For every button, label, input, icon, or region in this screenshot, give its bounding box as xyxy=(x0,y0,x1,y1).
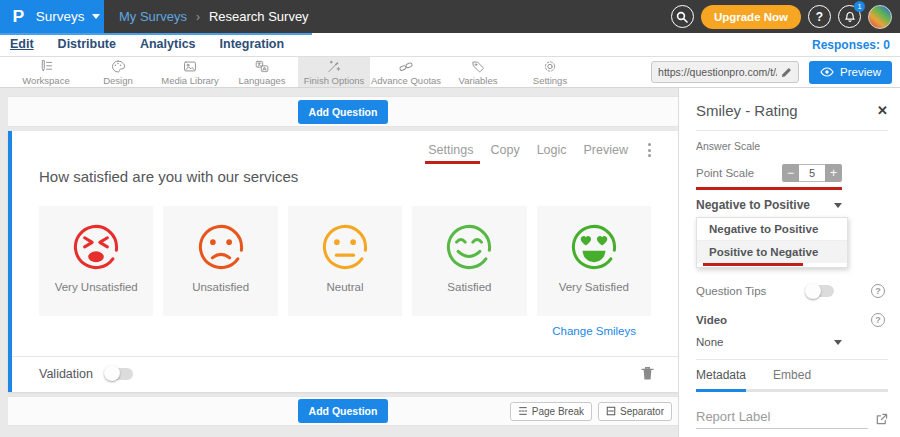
close-icon[interactable]: ✕ xyxy=(877,103,888,118)
chevron-down-icon xyxy=(834,340,842,345)
nav-tab-integration[interactable]: Integration xyxy=(220,37,285,52)
smiley-option-unsatisfied[interactable]: Unsatisfied xyxy=(163,206,277,316)
open-external-icon[interactable] xyxy=(875,413,888,429)
toolbar-right: Preview xyxy=(651,57,900,87)
answer-scale-heading: Answer Scale xyxy=(696,140,888,152)
survey-url-input[interactable] xyxy=(658,66,777,78)
question-tab-settings[interactable]: Settings xyxy=(428,143,473,157)
add-question-button-bottom[interactable]: Add Question xyxy=(298,399,389,423)
help-circle-icon[interactable]: ? xyxy=(871,284,885,298)
design-icon xyxy=(110,59,126,74)
notification-badge: 1 xyxy=(854,1,865,12)
question-panel: Settings Copy Logic Preview How satisfie… xyxy=(8,131,678,392)
direction-select[interactable]: Negative to Positive xyxy=(696,198,842,212)
validation-label: Validation xyxy=(39,367,93,381)
question-title[interactable]: How satisfied are you with our services xyxy=(39,168,678,185)
change-smileys-link[interactable]: Change Smileys xyxy=(552,325,636,337)
menu-item-negative-to-positive[interactable]: Negative to Positive xyxy=(697,218,847,241)
toolbar-item-languages[interactable]: Languages xyxy=(226,57,298,87)
editor-toolbar: Workspace Design Media Library Languages… xyxy=(0,57,900,88)
variables-icon xyxy=(470,59,486,74)
breadcrumb-current-survey: Research Survey xyxy=(209,9,309,24)
header-actions: Upgrade Now ? 1 xyxy=(671,5,900,29)
smiley-scale: Very Unsatisfied Unsatisfied Neutral Sat… xyxy=(39,206,651,316)
smiley-option-very-satisfied[interactable]: Very Satisfied xyxy=(537,206,651,316)
finish-options-icon xyxy=(326,59,342,74)
point-scale-stepper: − + xyxy=(782,164,842,182)
preview-button[interactable]: Preview xyxy=(809,61,892,84)
toolbar-item-design[interactable]: Design xyxy=(82,57,154,87)
tab-metadata[interactable]: Metadata xyxy=(696,368,746,392)
smiley-option-neutral[interactable]: Neutral xyxy=(288,206,402,316)
report-label-row xyxy=(696,407,888,429)
point-scale-row: Point Scale − + xyxy=(696,164,842,182)
help-circle-icon[interactable]: ? xyxy=(871,313,885,327)
responses-count[interactable]: Responses: 0 xyxy=(812,38,890,52)
metadata-tabs: Metadata Embed xyxy=(696,368,888,392)
add-question-strip-bottom: Add Question Page Break Separator xyxy=(8,396,678,426)
product-menu-label: Surveys xyxy=(36,9,85,24)
page-break-icon xyxy=(518,406,528,416)
question-tips-label: Question Tips xyxy=(696,285,766,297)
toolbar-item-variables[interactable]: Variables xyxy=(442,57,514,87)
media-library-icon xyxy=(182,59,198,74)
validation-row: Validation xyxy=(12,356,678,381)
decrement-button[interactable]: − xyxy=(782,164,799,182)
question-tabs: Settings Copy Logic Preview xyxy=(12,131,678,157)
annotation-underline-positive-to-negative xyxy=(703,263,803,266)
very-satisfied-smiley-icon xyxy=(568,221,620,273)
question-tips-toggle[interactable] xyxy=(806,285,834,297)
panel-title: Smiley - Rating xyxy=(696,102,798,119)
survey-nav: Edit Distribute Analytics Integration Re… xyxy=(0,33,900,57)
separator-icon xyxy=(606,406,616,416)
point-scale-label: Point Scale xyxy=(696,167,754,179)
page-break-button[interactable]: Page Break xyxy=(510,402,592,421)
question-settings-panel: Smiley - Rating ✕ Answer Scale Point Sca… xyxy=(678,88,900,437)
search-icon[interactable] xyxy=(671,5,694,28)
toolbar-item-settings[interactable]: Settings xyxy=(514,57,586,87)
annotation-underline-settings xyxy=(425,161,480,164)
trash-icon[interactable] xyxy=(641,366,654,381)
tab-embed[interactable]: Embed xyxy=(773,368,811,392)
nav-tab-analytics[interactable]: Analytics xyxy=(140,37,196,52)
video-label: Video xyxy=(696,314,727,326)
toolbar-item-workspace[interactable]: Workspace xyxy=(10,57,82,87)
direction-dropdown-menu: Negative to Positive Positive to Negativ… xyxy=(696,217,848,268)
nav-tab-distribute[interactable]: Distribute xyxy=(58,37,116,52)
video-select[interactable]: None xyxy=(696,336,842,348)
menu-item-positive-to-negative[interactable]: Positive to Negative xyxy=(697,241,847,263)
question-tab-preview[interactable]: Preview xyxy=(584,143,628,157)
question-tab-copy[interactable]: Copy xyxy=(490,143,519,157)
breadcrumb-my-surveys[interactable]: My Surveys xyxy=(119,9,187,24)
help-icon[interactable]: ? xyxy=(808,5,831,28)
question-tab-logic[interactable]: Logic xyxy=(537,143,567,157)
breadcrumb-separator: › xyxy=(196,10,200,24)
smiley-option-very-unsatisfied[interactable]: Very Unsatisfied xyxy=(39,206,153,316)
more-options-icon[interactable] xyxy=(645,143,654,157)
notifications[interactable]: 1 xyxy=(838,5,861,28)
languages-icon xyxy=(254,59,270,74)
survey-url-box xyxy=(651,61,799,83)
eye-icon xyxy=(820,67,834,77)
question-tips-row: Question Tips ? xyxy=(696,284,888,298)
divider xyxy=(696,359,888,360)
report-label-input[interactable] xyxy=(696,407,868,429)
nav-tab-edit[interactable]: Edit xyxy=(10,37,34,52)
avatar[interactable] xyxy=(868,5,892,29)
questionpro-logo: P xyxy=(12,8,24,26)
toolbar-item-advance-quotas[interactable]: Advance Quotas xyxy=(370,57,442,87)
toolbar-item-media-library[interactable]: Media Library xyxy=(154,57,226,87)
point-scale-value[interactable] xyxy=(799,164,825,182)
upgrade-now-button[interactable]: Upgrade Now xyxy=(701,5,801,29)
top-header: P Surveys My Surveys › Research Survey U… xyxy=(0,0,900,33)
separator-button[interactable]: Separator xyxy=(598,402,672,421)
increment-button[interactable]: + xyxy=(825,164,842,182)
smiley-option-satisfied[interactable]: Satisfied xyxy=(412,206,526,316)
pencil-icon[interactable] xyxy=(781,67,792,78)
validation-toggle[interactable] xyxy=(105,368,133,380)
add-question-button-top[interactable]: Add Question xyxy=(298,100,389,124)
toolbar-item-finish-options[interactable]: Finish Options xyxy=(298,57,370,87)
product-menu[interactable]: P Surveys xyxy=(0,0,104,33)
add-question-strip-top: Add Question xyxy=(8,96,678,127)
gear-icon xyxy=(542,59,558,74)
